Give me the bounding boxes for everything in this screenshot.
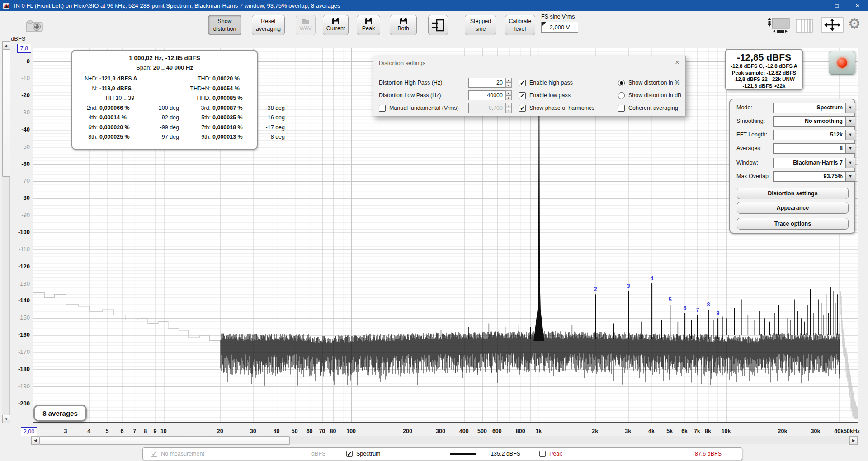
graph-limits-icon[interactable] <box>767 17 790 33</box>
spectrum-toggle[interactable]: Spectrum <box>346 448 381 460</box>
scroll-down-button[interactable]: ▼ <box>2 415 10 423</box>
fft-length-value: 512k <box>774 130 845 140</box>
mode-dropdown[interactable]: Spectrum ▼ <box>773 103 855 113</box>
dialog-close-icon[interactable]: ✕ <box>675 59 680 66</box>
minimize-button[interactable]: – <box>806 0 826 11</box>
coherent-averaging-label: Coherent averaging <box>628 105 678 111</box>
distortion-settings-button[interactable]: Distortion settings <box>737 188 849 199</box>
save-wav-button: WAV <box>296 15 316 35</box>
peak-toggle[interactable]: Peak <box>539 448 562 460</box>
y-tick-label: -130 <box>11 280 30 287</box>
horizontal-scroll-thumb[interactable] <box>39 436 290 445</box>
appearance-button[interactable]: Appearance <box>737 202 849 214</box>
harmonic-number-label: 7 <box>696 307 699 313</box>
stepped-sine-button[interactable]: Stepped sine <box>465 15 496 35</box>
input-select-button[interactable] <box>428 15 448 35</box>
vertical-scroll-thumb[interactable] <box>2 49 10 177</box>
no-measurement-toggle[interactable]: No measurement <box>151 448 204 460</box>
record-button[interactable] <box>829 51 855 75</box>
save-peak-button[interactable]: Peak <box>357 15 380 35</box>
show-distortion-db-radio[interactable]: Show distortion in dB <box>618 92 681 99</box>
distortion-settings-dialog: Distortion settings ✕ Distortion High Pa… <box>373 56 686 116</box>
save-current-button[interactable]: Current <box>323 15 349 35</box>
scroll-left-button[interactable]: ◀ <box>31 436 39 445</box>
averages-badge: 8 averages <box>33 405 87 422</box>
checkbox-unchecked-icon <box>618 105 625 112</box>
manual-fundamental-row: Manual fundamental (Vrms) 0,700 ▲▼ Show … <box>373 103 685 113</box>
maximize-button[interactable]: □ <box>826 0 847 11</box>
mode-row: Mode: Spectrum ▼ <box>730 102 854 113</box>
radio-unselected-icon <box>618 92 625 99</box>
high-pass-input[interactable]: 20 <box>468 78 505 88</box>
horizontal-scrollbar[interactable]: ◀ ▶ <box>31 436 857 444</box>
harmonic-number-label: 8 <box>707 301 710 308</box>
manual-fundamental-checkbox[interactable]: Manual fundamental (Vrms) <box>379 105 459 112</box>
smoothing-dropdown[interactable]: No smoothing ▼ <box>773 116 855 127</box>
calibrate-level-label: Calibrate level <box>507 18 533 33</box>
max-overlap-dropdown[interactable]: 93.75% ▼ <box>773 171 855 182</box>
input-level-box: -12,85 dBFS -12,8 dBFS C, -12,8 dBFS A P… <box>725 49 803 90</box>
radio-selected-icon <box>618 80 625 86</box>
x-axis-min-field[interactable]: 2,00 <box>21 427 37 436</box>
enable-low-pass-checkbox[interactable]: Enable low pass <box>519 92 571 99</box>
checkbox-checked-icon <box>346 451 353 457</box>
title-bar: IN 0 FL (Front Left) on FlexASIO at 96 k… <box>0 0 868 11</box>
enable-high-pass-label: Enable high pass <box>529 80 573 86</box>
camera-capture-icon[interactable] <box>25 20 44 33</box>
scroll-right-button[interactable]: ▶ <box>849 436 858 445</box>
pan-zoom-icon[interactable] <box>821 17 844 33</box>
manual-fundamental-input: 0,700 <box>468 103 505 113</box>
averages-dropdown[interactable]: 8 ▼ <box>773 143 855 154</box>
averages-label: Averages: <box>736 145 762 151</box>
coherent-averaging-checkbox[interactable]: Coherent averaging <box>618 105 678 112</box>
low-pass-input[interactable]: 40000 <box>468 90 505 100</box>
no-measurement-label: No measurement <box>161 451 204 457</box>
y-tick-label: -30 <box>11 109 30 116</box>
calibrate-level-button[interactable]: Calibrate level <box>505 15 535 35</box>
window-dropdown[interactable]: Blackman-Harris 7 ▼ <box>773 158 855 168</box>
x-tick-label: 300 <box>429 428 453 434</box>
measurement-unit-label: dBFS <box>311 448 326 460</box>
x-tick-label: 50kHz <box>840 428 863 434</box>
reset-averaging-button[interactable]: Reset averaging <box>252 15 285 35</box>
settings-gear-icon[interactable]: ⚙ <box>848 15 861 32</box>
close-button[interactable]: ✕ <box>847 0 868 11</box>
harmonic-number-label: 3 <box>627 283 630 289</box>
max-overlap-label: Max Overlap: <box>736 173 770 179</box>
show-distortion-button[interactable]: Show distortion <box>208 15 241 35</box>
spectrum-level-value: -135,2 dBFS <box>489 448 520 460</box>
level-line-1: -12,8 dBFS C, -12,8 dBFS A <box>726 63 802 70</box>
record-dot-icon <box>837 58 847 68</box>
y-tick-label: 0 <box>11 58 30 65</box>
frequency-bands-icon[interactable] <box>796 19 813 33</box>
save-peak-label: Peak <box>362 25 375 32</box>
show-phase-label: Show phase of harmonics <box>529 105 594 111</box>
peak-label: Peak <box>549 451 562 457</box>
level-main-value: -12,85 dBFS <box>726 52 802 63</box>
low-pass-spinner[interactable]: ▲▼ <box>505 90 512 100</box>
show-percent-label: Show distortion in % <box>628 80 679 86</box>
save-both-button[interactable]: Both <box>390 15 417 35</box>
fs-sine-vrms-input[interactable]: 2,000 V <box>541 22 578 33</box>
y-tick-label: -40 <box>11 126 30 133</box>
high-pass-spinner[interactable]: ▲▼ <box>505 78 512 88</box>
show-distortion-label: Show distortion <box>210 18 240 33</box>
folder-icon <box>302 18 310 24</box>
app-icon <box>3 2 10 9</box>
y-tick-label: -10 <box>11 75 30 81</box>
trace-options-button[interactable]: Trace options <box>737 218 849 230</box>
x-tick-label: 20k <box>771 428 794 434</box>
checkbox-checked-icon <box>519 80 526 86</box>
scroll-up-button[interactable]: ▲ <box>2 41 10 49</box>
y-tick-label: -110 <box>11 246 30 253</box>
vertical-scrollbar[interactable]: ▲ ▼ <box>2 41 10 423</box>
y-axis-max-field[interactable]: 7,8 <box>17 44 31 53</box>
enable-high-pass-checkbox[interactable]: Enable high pass <box>519 80 573 86</box>
x-tick-label: 20 <box>208 428 232 434</box>
y-tick-label: -170 <box>11 348 30 355</box>
hh-range: HH 10 .. 39 <box>99 94 150 103</box>
fft-length-dropdown[interactable]: 512k ▼ <box>773 130 855 140</box>
x-tick-label: 100 <box>340 428 363 434</box>
show-distortion-percent-radio[interactable]: Show distortion in % <box>618 80 679 86</box>
show-phase-checkbox[interactable]: Show phase of harmonics <box>519 105 594 112</box>
